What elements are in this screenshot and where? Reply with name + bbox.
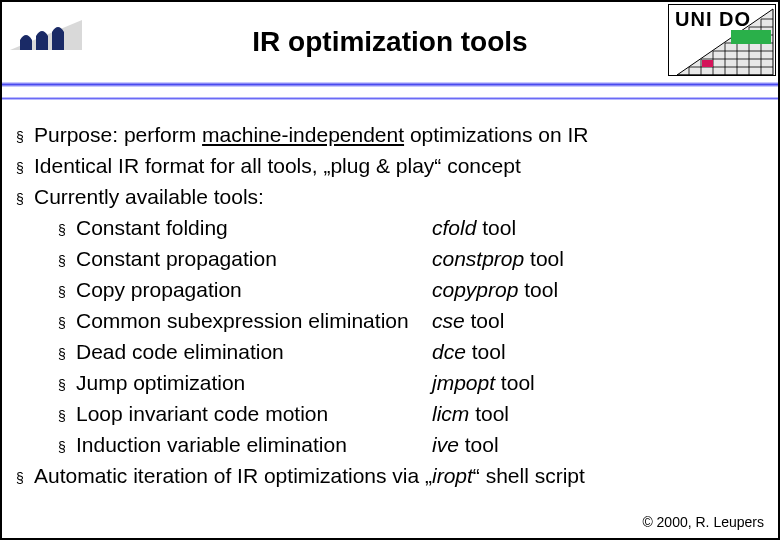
tool-suffix: tool [459, 433, 499, 456]
tool-name: Induction variable elimination [76, 430, 432, 460]
tool-name: Common subexpression elimination [76, 306, 432, 336]
tool-name: Loop invariant code motion [76, 399, 432, 429]
tool-suffix: tool [518, 278, 558, 301]
tool-row: § Constant propagation constprop tool [16, 244, 764, 275]
tool-suffix: tool [465, 309, 505, 332]
bullet-icon: § [58, 433, 76, 461]
bullet-icon: § [58, 247, 76, 275]
text-segment: Automatic iteration of IR optimizations … [34, 464, 432, 487]
tool-row: § Jump optimization jmpopt tool [16, 368, 764, 399]
bullet-icon: § [16, 154, 34, 182]
text-italic: iropt [432, 464, 473, 487]
slide-header: IR optimization tools UNI DO [2, 2, 778, 80]
tool-name: Dead code elimination [76, 337, 432, 367]
bullet-available-tools: § Currently available tools: [16, 182, 764, 213]
text-segment: “ shell script [473, 464, 585, 487]
bullet-icon: § [58, 402, 76, 430]
tool-suffix: tool [495, 371, 535, 394]
tool-row: § Loop invariant code motion licm tool [16, 399, 764, 430]
tool-suffix: tool [469, 402, 509, 425]
tool-command: cse [432, 309, 465, 332]
tool-name: Constant propagation [76, 244, 432, 274]
tool-command: ive [432, 433, 459, 456]
unido-logo: UNI DO [668, 4, 776, 76]
tool-suffix: tool [476, 216, 516, 239]
bullet-identical-ir: § Identical IR format for all tools, „pl… [16, 151, 764, 182]
bullet-icon: § [16, 185, 34, 213]
tool-row: § Copy propagation copyprop tool [16, 275, 764, 306]
tool-name: Copy propagation [76, 275, 432, 305]
tool-command: constprop [432, 247, 524, 270]
copyright-footer: © 2000, R. Leupers [642, 514, 764, 530]
slide-body: § Purpose: perform machine-independent o… [16, 120, 764, 492]
tool-command: cfold [432, 216, 476, 239]
tool-row: § Dead code elimination dce tool [16, 337, 764, 368]
text-underlined: machine-independent [202, 123, 404, 146]
tool-row: § Induction variable elimination ive too… [16, 430, 764, 461]
tool-command: licm [432, 402, 469, 425]
svg-rect-19 [731, 30, 771, 44]
text-line: Identical IR format for all tools, „plug… [34, 151, 764, 181]
text-segment: optimizations on IR [404, 123, 588, 146]
tool-command: copyprop [432, 278, 518, 301]
bullet-icon: § [16, 464, 34, 492]
tool-name: Jump optimization [76, 368, 432, 398]
bullet-automatic-iteration: § Automatic iteration of IR optimization… [16, 461, 764, 492]
bullet-icon: § [58, 371, 76, 399]
bullet-icon: § [58, 340, 76, 368]
bullet-icon: § [58, 309, 76, 337]
tool-suffix: tool [524, 247, 564, 270]
text-segment: Purpose: perform [34, 123, 202, 146]
slide-title: IR optimization tools [2, 26, 778, 58]
text-line: Currently available tools: [34, 182, 764, 212]
tool-suffix: tool [466, 340, 506, 363]
unido-logo-label: UNI DO [675, 8, 751, 31]
tool-row: § Constant folding cfold tool [16, 213, 764, 244]
tool-row: § Common subexpression elimination cse t… [16, 306, 764, 337]
divider-rules [2, 82, 778, 100]
bullet-icon: § [58, 216, 76, 244]
svg-rect-18 [702, 60, 713, 67]
tool-name: Constant folding [76, 213, 432, 243]
tool-command: jmpopt [432, 371, 495, 394]
bullet-icon: § [58, 278, 76, 306]
bullet-purpose: § Purpose: perform machine-independent o… [16, 120, 764, 151]
bullet-icon: § [16, 123, 34, 151]
tool-command: dce [432, 340, 466, 363]
